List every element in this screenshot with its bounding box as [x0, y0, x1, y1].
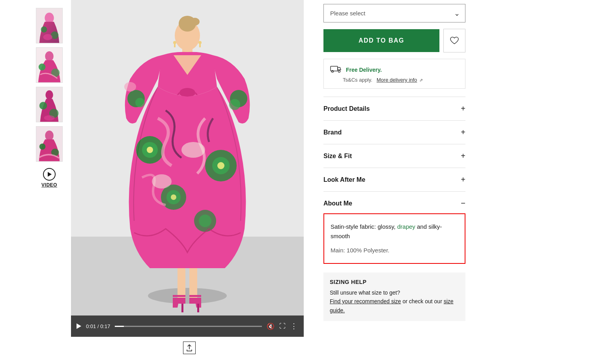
- size-fit-title: Size & Fit: [323, 153, 352, 160]
- svg-point-40: [217, 162, 224, 169]
- svg-point-15: [45, 131, 53, 140]
- svg-point-32: [124, 82, 136, 91]
- video-controls-bar: 0:01 / 0:17 🔇 ⛶ ⋮: [71, 315, 304, 337]
- delivery-free-text: Free Delivery.: [346, 67, 382, 73]
- svg-point-1: [45, 13, 54, 23]
- svg-point-47: [152, 174, 172, 189]
- sizing-help-text: Still unsure what size to get? Find your…: [330, 288, 459, 315]
- sizing-help-mid: or check out our: [402, 298, 442, 304]
- video-play-button[interactable]: [77, 323, 81, 329]
- svg-point-20: [148, 288, 227, 304]
- svg-rect-50: [173, 295, 185, 297]
- product-details-title: Product Details: [323, 105, 370, 112]
- sizing-help-title: SIZING HELP: [330, 279, 459, 285]
- heart-icon: [450, 37, 459, 45]
- svg-point-13: [44, 115, 54, 121]
- svg-rect-26: [174, 44, 176, 47]
- accordion-product-details: Product Details +: [323, 97, 465, 120]
- svg-point-16: [39, 144, 46, 150]
- size-fit-expand-icon: +: [461, 151, 465, 161]
- product-details-header[interactable]: Product Details +: [323, 104, 465, 113]
- brand-title: Brand: [323, 129, 342, 136]
- thumbnail-3[interactable]: [36, 87, 63, 122]
- video-more-icon[interactable]: ⋮: [290, 322, 298, 330]
- look-after-me-title: Look After Me: [323, 176, 365, 183]
- svg-point-10: [45, 90, 53, 99]
- look-after-me-header[interactable]: Look After Me +: [323, 175, 465, 184]
- size-select-container: Please select XS S M L XL ⌄: [323, 4, 465, 22]
- thumbnail-1[interactable]: [36, 8, 63, 43]
- svg-rect-52: [181, 304, 183, 312]
- thumbnails-column: VIDEO: [32, 0, 67, 364]
- external-link-icon: ⇗: [419, 78, 423, 82]
- accordion-look-after-me: Look After Me +: [323, 168, 465, 191]
- video-thumbnail[interactable]: VIDEO: [41, 168, 57, 188]
- svg-point-34: [229, 99, 240, 110]
- svg-rect-54: [331, 66, 338, 71]
- video-time: 0:01 / 0:17: [86, 323, 110, 329]
- share-button[interactable]: [183, 342, 196, 354]
- accordion-brand: Brand +: [323, 120, 465, 144]
- size-fit-header[interactable]: Size & Fit +: [323, 151, 465, 161]
- svg-point-37: [147, 147, 153, 153]
- svg-rect-51: [189, 295, 201, 297]
- size-select[interactable]: Please select XS S M L XL: [323, 4, 465, 22]
- svg-point-55: [332, 71, 334, 73]
- delivery-box: Free Delivery. Ts&Cs apply. More deliver…: [323, 59, 465, 89]
- svg-rect-28: [199, 44, 201, 47]
- delivery-sub-text: Ts&Cs apply. More delivery info ⇗: [343, 77, 459, 83]
- video-fullscreen-icon[interactable]: ⛶: [279, 323, 286, 330]
- about-me-header[interactable]: About Me −: [323, 199, 465, 208]
- add-to-bag-row: ADD TO BAG: [323, 29, 465, 52]
- video-label[interactable]: VIDEO: [41, 182, 57, 188]
- share-button-area: [71, 342, 308, 354]
- svg-rect-53: [197, 304, 199, 312]
- svg-point-23: [190, 18, 200, 26]
- accordion-size-fit: Size & Fit +: [323, 144, 465, 168]
- svg-point-4: [43, 34, 52, 40]
- delivery-tcs: Ts&Cs apply.: [343, 77, 372, 83]
- right-panel: Please select XS S M L XL ⌄ ADD TO BAG: [312, 0, 477, 364]
- about-me-fabric-text: Satin-style fabric: glossy, drapey and s…: [331, 222, 458, 241]
- svg-point-46: [181, 142, 205, 158]
- about-me-title: About Me: [323, 200, 352, 207]
- delivery-row: Free Delivery.: [330, 65, 459, 75]
- svg-point-25: [173, 41, 176, 44]
- sizing-help-intro: Still unsure what size to get?: [330, 289, 400, 296]
- about-me-collapse-icon: −: [461, 199, 465, 208]
- about-me-content: Satin-style fabric: glossy, drapey and s…: [323, 213, 465, 264]
- video-progress-bar[interactable]: [115, 326, 262, 327]
- look-after-me-expand-icon: +: [461, 175, 465, 184]
- recommended-size-link[interactable]: Find your recommended size: [330, 298, 401, 304]
- dress-illustration: [71, 0, 304, 315]
- video-progress-fill: [115, 326, 123, 327]
- svg-point-31: [135, 98, 145, 107]
- brand-header[interactable]: Brand +: [323, 128, 465, 137]
- play-triangle-icon: [48, 172, 52, 177]
- product-details-expand-icon: +: [461, 104, 465, 113]
- delivery-truck-icon: [330, 65, 341, 75]
- play-icon[interactable]: [43, 168, 56, 181]
- svg-point-43: [171, 194, 176, 200]
- brand-expand-icon: +: [461, 128, 465, 137]
- thumbnail-4[interactable]: [36, 126, 63, 162]
- wishlist-button[interactable]: [443, 29, 465, 52]
- svg-point-45: [199, 215, 211, 227]
- sizing-help-box: SIZING HELP Still unsure what size to ge…: [323, 273, 465, 321]
- accordion-about-me: About Me − Satin-style fabric: glossy, d…: [323, 191, 465, 271]
- svg-point-6: [45, 51, 53, 61]
- svg-point-2: [41, 26, 47, 33]
- svg-point-11: [39, 102, 47, 109]
- main-product-image: [71, 0, 304, 315]
- svg-point-56: [338, 71, 340, 73]
- svg-point-27: [198, 41, 202, 44]
- add-to-bag-button[interactable]: ADD TO BAG: [323, 29, 439, 52]
- about-me-material-text: Main: 100% Polyester.: [331, 246, 458, 255]
- main-image-column: 0:01 / 0:17 🔇 ⛶ ⋮: [67, 0, 312, 364]
- page-container: VIDEO: [0, 0, 611, 364]
- svg-point-7: [39, 63, 45, 70]
- thumbnail-2[interactable]: [36, 47, 63, 83]
- delivery-more-info-link[interactable]: More delivery info: [377, 77, 417, 83]
- video-sound-icon[interactable]: 🔇: [267, 323, 275, 330]
